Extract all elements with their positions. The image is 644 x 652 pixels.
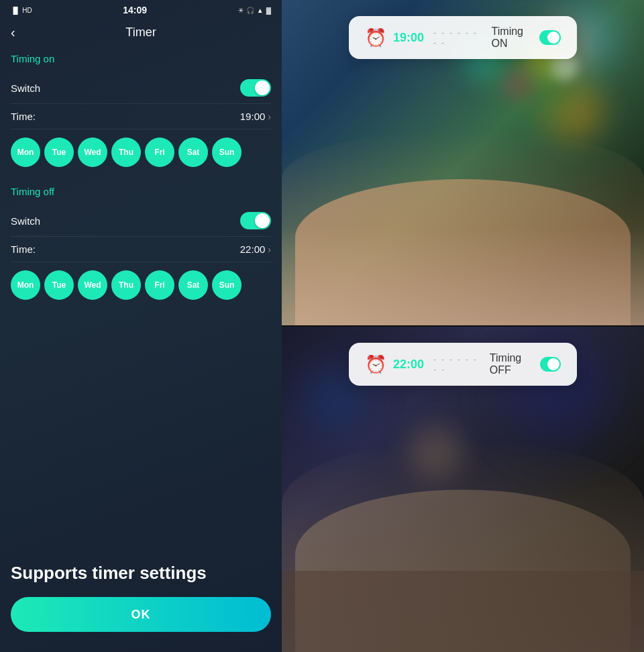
headphone-icon: 🎧 xyxy=(246,7,254,14)
day-mon-on[interactable]: Mon xyxy=(11,138,40,167)
day-sun-on[interactable]: Sun xyxy=(212,138,241,167)
time-off-chevron: › xyxy=(268,244,271,255)
timing-on-time-value: 19:00 › xyxy=(240,111,271,122)
page-title: Timer xyxy=(125,25,156,40)
status-time: 14:09 xyxy=(123,5,147,15)
card-on-toggle xyxy=(539,30,561,45)
card-off-dashes: - - - - - - - - xyxy=(433,354,480,374)
ok-button[interactable]: OK xyxy=(11,597,271,632)
right-panel: ⏰ 19:00 - - - - - - - - Timing ON ⏰ 22:0… xyxy=(282,0,644,652)
timing-off-toggle[interactable] xyxy=(240,212,271,229)
header: ‹ Timer xyxy=(0,19,282,46)
signal-icon: ▐▌ xyxy=(11,7,20,14)
day-tue-on[interactable]: Tue xyxy=(44,138,74,167)
time-on-chevron: › xyxy=(268,111,271,122)
day-thu-on[interactable]: Thu xyxy=(111,138,141,167)
back-button[interactable]: ‹ xyxy=(11,25,15,40)
timing-on-toggle[interactable] xyxy=(240,79,271,97)
day-mon-off[interactable]: Mon xyxy=(11,270,40,300)
timing-on-days: Mon Tue Wed Thu Fri Sat Sun xyxy=(11,129,271,175)
phone-panel: ▐▌ HD 14:09 ⚹ 🎧 ▲ ▓ ‹ Timer Timing on Sw… xyxy=(0,0,282,652)
status-right: ⚹ 🎧 ▲ ▓ xyxy=(238,6,271,14)
timing-on-time-row[interactable]: Time: 19:00 › xyxy=(11,104,271,129)
status-left: ▐▌ HD xyxy=(11,7,32,14)
battery-icon: ▓ xyxy=(266,7,271,14)
timing-off-title: Timing off xyxy=(11,186,271,197)
day-fri-on[interactable]: Fri xyxy=(145,138,174,167)
timing-off-switch-label: Switch xyxy=(11,215,40,227)
card-on-label: Timing ON xyxy=(492,25,533,50)
card-on-dashes: - - - - - - - - xyxy=(433,28,482,48)
card-on-time: 19:00 xyxy=(393,31,424,45)
day-wed-off[interactable]: Wed xyxy=(78,270,107,300)
bluetooth-icon: ⚹ xyxy=(238,6,244,14)
timing-on-title: Timing on xyxy=(11,53,271,64)
clock-off-icon: ⏰ xyxy=(365,354,386,375)
card-off-toggle xyxy=(540,357,561,372)
day-sat-on[interactable]: Sat xyxy=(178,138,208,167)
timing-off-time-label: Time: xyxy=(11,243,36,255)
supports-text: Supports timer settings xyxy=(11,563,271,584)
timing-on-switch-label: Switch xyxy=(11,83,40,94)
status-bar: ▐▌ HD 14:09 ⚹ 🎧 ▲ ▓ xyxy=(0,0,282,19)
timing-on-switch-row: Switch xyxy=(11,72,271,104)
timing-off-time-value: 22:00 › xyxy=(240,243,271,255)
timing-off-days: Mon Tue Wed Thu Fri Sat Sun xyxy=(11,262,271,308)
scene-top: ⏰ 19:00 - - - - - - - - Timing ON xyxy=(282,0,644,325)
day-tue-off[interactable]: Tue xyxy=(44,270,74,300)
timer-card-off: ⏰ 22:00 - - - - - - - - Timing OFF xyxy=(349,343,577,386)
card-off-time: 22:00 xyxy=(393,358,424,372)
timing-off-switch-row: Switch xyxy=(11,205,271,237)
day-fri-off[interactable]: Fri xyxy=(145,270,174,300)
card-off-label: Timing OFF xyxy=(490,352,533,376)
timing-on-time-label: Time: xyxy=(11,111,36,122)
timer-card-on: ⏰ 19:00 - - - - - - - - Timing ON xyxy=(349,16,577,59)
clock-on-icon: ⏰ xyxy=(365,28,386,48)
hd-badge: HD xyxy=(22,7,32,14)
day-wed-on[interactable]: Wed xyxy=(78,138,107,167)
bottom-area: Supports timer settings OK xyxy=(0,549,282,652)
day-thu-off[interactable]: Thu xyxy=(111,270,141,300)
wifi-icon: ▲ xyxy=(257,7,264,14)
scene-bottom: ⏰ 22:00 - - - - - - - - Timing OFF xyxy=(282,327,644,652)
day-sat-off[interactable]: Sat xyxy=(178,270,208,300)
timing-off-time-row[interactable]: Time: 22:00 › xyxy=(11,237,271,262)
day-sun-off[interactable]: Sun xyxy=(212,270,241,300)
content-area: Timing on Switch Time: 19:00 › Mon Tue W… xyxy=(0,46,282,549)
